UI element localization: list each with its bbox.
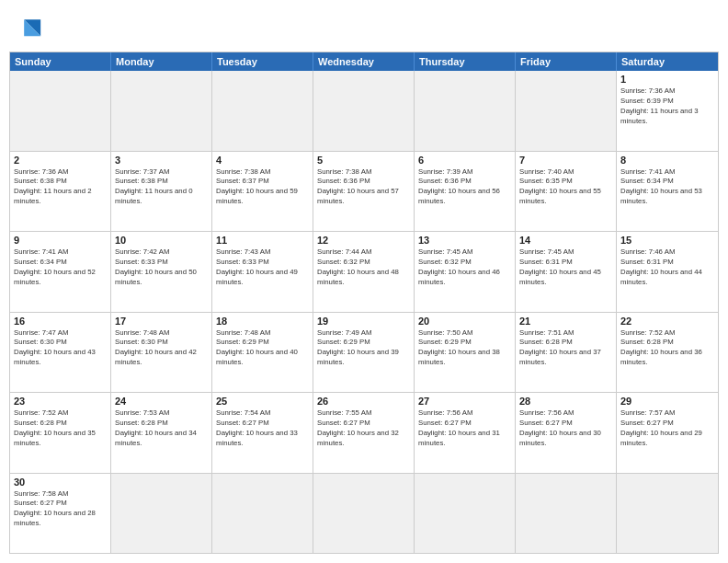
calendar-cell: 14Sunrise: 7:45 AM Sunset: 6:31 PM Dayli… (516, 232, 617, 312)
cell-info: Sunrise: 7:42 AM Sunset: 6:33 PM Dayligh… (115, 247, 208, 288)
day-header-thursday: Thursday (415, 52, 516, 71)
cell-info: Sunrise: 7:52 AM Sunset: 6:28 PM Dayligh… (620, 328, 714, 369)
day-number: 14 (519, 235, 612, 246)
day-header-wednesday: Wednesday (313, 52, 415, 71)
logo-icon (9, 13, 42, 46)
calendar-cell: 27Sunrise: 7:56 AM Sunset: 6:27 PM Dayli… (415, 393, 516, 473)
calendar-row: 1Sunrise: 7:36 AM Sunset: 6:39 PM Daylig… (10, 71, 718, 152)
cell-info: Sunrise: 7:57 AM Sunset: 6:27 PM Dayligh… (620, 408, 714, 449)
calendar-cell (313, 474, 415, 554)
cell-info: Sunrise: 7:50 AM Sunset: 6:29 PM Dayligh… (418, 328, 511, 369)
day-headers: SundayMondayTuesdayWednesdayThursdayFrid… (10, 52, 718, 71)
calendar-cell: 17Sunrise: 7:48 AM Sunset: 6:30 PM Dayli… (111, 313, 212, 393)
calendar-row: 9Sunrise: 7:41 AM Sunset: 6:34 PM Daylig… (10, 232, 718, 313)
day-number: 20 (418, 316, 511, 327)
cell-info: Sunrise: 7:51 AM Sunset: 6:28 PM Dayligh… (519, 328, 612, 369)
day-number: 16 (14, 316, 107, 327)
calendar-cell: 13Sunrise: 7:45 AM Sunset: 6:32 PM Dayli… (415, 232, 516, 312)
calendar-cell: 12Sunrise: 7:44 AM Sunset: 6:32 PM Dayli… (313, 232, 415, 312)
calendar-cell: 6Sunrise: 7:39 AM Sunset: 6:36 PM Daylig… (415, 152, 516, 232)
cell-info: Sunrise: 7:36 AM Sunset: 6:38 PM Dayligh… (14, 167, 107, 208)
cell-info: Sunrise: 7:53 AM Sunset: 6:28 PM Dayligh… (115, 408, 208, 449)
day-number: 27 (418, 396, 511, 407)
day-number: 15 (620, 235, 714, 246)
page: SundayMondayTuesdayWednesdayThursdayFrid… (0, 0, 728, 563)
calendar-cell: 9Sunrise: 7:41 AM Sunset: 6:34 PM Daylig… (10, 232, 111, 312)
day-header-monday: Monday (111, 52, 212, 71)
cell-info: Sunrise: 7:58 AM Sunset: 6:27 PM Dayligh… (14, 489, 107, 530)
calendar-cell: 26Sunrise: 7:55 AM Sunset: 6:27 PM Dayli… (313, 393, 415, 473)
calendar-cell (212, 71, 313, 151)
calendar-cell: 19Sunrise: 7:49 AM Sunset: 6:29 PM Dayli… (313, 313, 415, 393)
day-header-tuesday: Tuesday (212, 52, 313, 71)
day-number: 25 (216, 396, 309, 407)
cell-info: Sunrise: 7:40 AM Sunset: 6:35 PM Dayligh… (519, 167, 612, 208)
day-number: 29 (620, 396, 714, 407)
cell-info: Sunrise: 7:41 AM Sunset: 6:34 PM Dayligh… (14, 247, 107, 288)
calendar-cell: 29Sunrise: 7:57 AM Sunset: 6:27 PM Dayli… (617, 393, 718, 473)
day-number: 11 (216, 235, 309, 246)
calendar-row: 23Sunrise: 7:52 AM Sunset: 6:28 PM Dayli… (10, 393, 718, 474)
calendar-cell (111, 71, 212, 151)
cell-info: Sunrise: 7:44 AM Sunset: 6:32 PM Dayligh… (317, 247, 410, 288)
calendar-cell: 1Sunrise: 7:36 AM Sunset: 6:39 PM Daylig… (617, 71, 718, 151)
calendar-cell: 18Sunrise: 7:48 AM Sunset: 6:29 PM Dayli… (212, 313, 313, 393)
logo (9, 9, 46, 46)
calendar-cell: 8Sunrise: 7:41 AM Sunset: 6:34 PM Daylig… (617, 152, 718, 232)
calendar-row: 2Sunrise: 7:36 AM Sunset: 6:38 PM Daylig… (10, 152, 718, 233)
cell-info: Sunrise: 7:49 AM Sunset: 6:29 PM Dayligh… (317, 328, 410, 369)
day-number: 10 (115, 235, 208, 246)
calendar-cell: 3Sunrise: 7:37 AM Sunset: 6:38 PM Daylig… (111, 152, 212, 232)
cell-info: Sunrise: 7:48 AM Sunset: 6:29 PM Dayligh… (216, 328, 309, 369)
cell-info: Sunrise: 7:45 AM Sunset: 6:32 PM Dayligh… (418, 247, 511, 288)
day-number: 22 (620, 316, 714, 327)
calendar-cell: 4Sunrise: 7:38 AM Sunset: 6:37 PM Daylig… (212, 152, 313, 232)
day-number: 26 (317, 396, 410, 407)
day-number: 24 (115, 396, 208, 407)
day-number: 28 (519, 396, 612, 407)
day-number: 12 (317, 235, 410, 246)
calendar: SundayMondayTuesdayWednesdayThursdayFrid… (9, 52, 719, 554)
cell-info: Sunrise: 7:38 AM Sunset: 6:37 PM Dayligh… (216, 167, 309, 208)
calendar-cell: 21Sunrise: 7:51 AM Sunset: 6:28 PM Dayli… (516, 313, 617, 393)
cell-info: Sunrise: 7:56 AM Sunset: 6:27 PM Dayligh… (519, 408, 612, 449)
day-number: 19 (317, 316, 410, 327)
calendar-cell (313, 71, 415, 151)
day-number: 3 (115, 155, 208, 166)
day-number: 13 (418, 235, 511, 246)
day-number: 2 (14, 155, 107, 166)
cell-info: Sunrise: 7:45 AM Sunset: 6:31 PM Dayligh… (519, 247, 612, 288)
day-number: 23 (14, 396, 107, 407)
calendar-row: 30Sunrise: 7:58 AM Sunset: 6:27 PM Dayli… (10, 474, 718, 554)
cell-info: Sunrise: 7:39 AM Sunset: 6:36 PM Dayligh… (418, 167, 511, 208)
calendar-cell (415, 71, 516, 151)
cell-info: Sunrise: 7:54 AM Sunset: 6:27 PM Dayligh… (216, 408, 309, 449)
day-number: 6 (418, 155, 511, 166)
calendar-cell: 11Sunrise: 7:43 AM Sunset: 6:33 PM Dayli… (212, 232, 313, 312)
day-number: 18 (216, 316, 309, 327)
calendar-cell: 7Sunrise: 7:40 AM Sunset: 6:35 PM Daylig… (516, 152, 617, 232)
cell-info: Sunrise: 7:55 AM Sunset: 6:27 PM Dayligh… (317, 408, 410, 449)
calendar-body: 1Sunrise: 7:36 AM Sunset: 6:39 PM Daylig… (10, 71, 718, 553)
calendar-cell (415, 474, 516, 554)
calendar-cell (10, 71, 111, 151)
day-number: 4 (216, 155, 309, 166)
calendar-row: 16Sunrise: 7:47 AM Sunset: 6:30 PM Dayli… (10, 313, 718, 394)
calendar-cell (617, 474, 718, 554)
calendar-cell: 24Sunrise: 7:53 AM Sunset: 6:28 PM Dayli… (111, 393, 212, 473)
cell-info: Sunrise: 7:43 AM Sunset: 6:33 PM Dayligh… (216, 247, 309, 288)
calendar-cell (111, 474, 212, 554)
day-number: 17 (115, 316, 208, 327)
day-number: 21 (519, 316, 612, 327)
calendar-cell (516, 71, 617, 151)
day-number: 7 (519, 155, 612, 166)
calendar-cell: 15Sunrise: 7:46 AM Sunset: 6:31 PM Dayli… (617, 232, 718, 312)
calendar-cell: 25Sunrise: 7:54 AM Sunset: 6:27 PM Dayli… (212, 393, 313, 473)
calendar-cell (212, 474, 313, 554)
cell-info: Sunrise: 7:36 AM Sunset: 6:39 PM Dayligh… (620, 86, 714, 127)
day-header-friday: Friday (516, 52, 617, 71)
calendar-cell: 20Sunrise: 7:50 AM Sunset: 6:29 PM Dayli… (415, 313, 516, 393)
day-header-sunday: Sunday (10, 52, 111, 71)
day-number: 1 (620, 74, 714, 85)
header (9, 9, 719, 46)
